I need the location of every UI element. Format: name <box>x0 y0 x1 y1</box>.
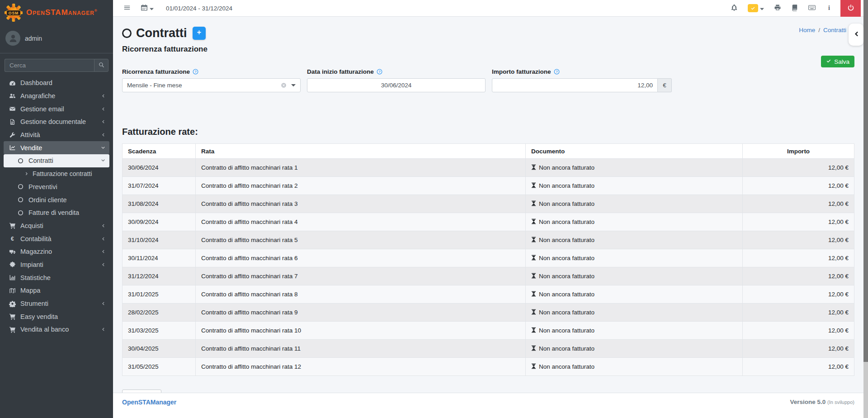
table-row[interactable]: 31/05/2025Contratto di affitto macchinar… <box>123 358 854 376</box>
table-row[interactable]: 30/09/2024Contratto di affitto macchinar… <box>123 213 854 231</box>
sidebar-item-label: Impianti <box>20 261 43 268</box>
logout-button[interactable] <box>840 0 861 17</box>
help-icon[interactable]: ? <box>554 69 560 75</box>
back-button[interactable]: Indietro <box>122 390 161 393</box>
help-icon[interactable]: ? <box>193 69 198 75</box>
table-row[interactable]: 28/02/2025Contratto di affitto macchinar… <box>123 304 854 322</box>
cell-scadenza: 30/11/2024 <box>123 249 196 267</box>
cell-documento: Non ancora fatturato <box>526 285 743 304</box>
shortcuts-button[interactable] <box>803 0 821 16</box>
sidebar-item-strumenti[interactable]: Strumenti <box>4 297 109 310</box>
info-button[interactable]: i <box>821 0 838 16</box>
chevron-left-icon <box>100 301 106 306</box>
chevron-down-icon <box>100 145 106 151</box>
version-label: Versione 5.0 (In sviluppo) <box>790 399 855 405</box>
tachometer-icon <box>7 80 18 86</box>
svg-text:?: ? <box>378 70 381 74</box>
svg-text:€: € <box>11 236 14 242</box>
sidebar-item-easy-vendita[interactable]: Easy vendita <box>4 310 109 323</box>
calendar-icon <box>141 4 148 13</box>
documento-status: Non ancora fatturato <box>531 200 737 208</box>
table-row[interactable]: 31/07/2024Contratto di affitto macchinar… <box>123 177 854 195</box>
table-row[interactable]: 30/11/2024Contratto di affitto macchinar… <box>123 249 854 267</box>
sidebar-item-vendite[interactable]: Vendite <box>4 141 109 154</box>
sidebar-item-label: Acquisti <box>20 222 43 229</box>
notifications-button[interactable] <box>726 0 743 16</box>
cell-rata: Contratto di affitto macchinari rata 6 <box>196 249 526 267</box>
sidebar-item-contratti[interactable]: Contratti <box>4 154 109 167</box>
footer-app-link[interactable]: OpenSTAManager <box>122 399 176 406</box>
docs-button[interactable] <box>786 0 803 16</box>
sidebar-item-gestione-email[interactable]: Gestione email <box>4 102 109 115</box>
hourglass-icon <box>531 182 536 190</box>
data-inizio-input[interactable] <box>307 78 486 92</box>
sidebar-item-fatture-di-vendita[interactable]: Fatture di vendita <box>4 206 109 219</box>
breadcrumb-current-link[interactable]: Contratti <box>823 27 846 33</box>
sidebar-item-fatturazione-contratti[interactable]: Fatturazione contratti <box>4 167 109 180</box>
sidebar-item-ordini-cliente[interactable]: Ordini cliente <box>4 193 109 206</box>
add-record-button[interactable] <box>193 27 206 40</box>
search-button[interactable] <box>94 59 108 72</box>
sidebar-item-mappa[interactable]: Mappa <box>4 284 109 297</box>
sidebar-toggle-button[interactable] <box>118 0 136 16</box>
calendar-dropdown-button[interactable] <box>136 0 159 16</box>
user-name[interactable]: admin <box>25 35 42 42</box>
page-header: Contratti Home/Contratti <box>122 24 854 42</box>
sidebar-item-impianti[interactable]: Impianti <box>4 258 109 271</box>
scrollbar[interactable] <box>863 0 868 418</box>
sidebar-item-acquisti[interactable]: Acquisti <box>4 219 109 233</box>
cell-documento: Non ancora fatturato <box>526 358 743 376</box>
currency-addon: € <box>658 78 672 92</box>
table-row[interactable]: 31/12/2024Contratto di affitto macchinar… <box>123 267 854 285</box>
cell-scadenza: 31/12/2024 <box>123 267 196 285</box>
save-button-label: Salva <box>834 58 849 65</box>
print-button[interactable] <box>769 0 786 16</box>
sidebar-item-statistiche[interactable]: Statistiche <box>4 271 109 284</box>
table-row[interactable]: 31/10/2024Contratto di affitto macchinar… <box>123 231 854 249</box>
help-icon[interactable]: ? <box>377 69 382 75</box>
sidebar-item-anagrafiche[interactable]: Anagrafiche <box>4 90 109 103</box>
table-row[interactable]: 30/04/2025Contratto di affitto macchinar… <box>123 340 854 358</box>
cell-importo: 12,00 € <box>743 358 854 376</box>
sidebar-item-contabilita[interactable]: €Contabilità <box>4 232 109 245</box>
documento-status: Non ancora fatturato <box>531 363 737 370</box>
documento-status-label: Non ancora fatturato <box>539 200 594 207</box>
importo-input[interactable] <box>492 78 658 92</box>
rate-table-title: Fatturazione rate: <box>122 127 854 137</box>
sidebar-item-gestione-documentale[interactable]: Gestione documentale <box>4 115 109 128</box>
ricorrenza-select[interactable]: Mensile - Fine mese <box>122 78 301 92</box>
field-importo: Importo fatturazione ? € <box>492 68 672 92</box>
cell-importo: 12,00 € <box>743 340 854 358</box>
status-dropdown-button[interactable] <box>743 0 769 16</box>
sidebar-item-attivita[interactable]: Attività <box>4 128 109 142</box>
hourglass-icon <box>531 345 536 352</box>
date-range[interactable]: 01/01/2024 - 31/12/2024 <box>166 5 232 12</box>
sidebar-item-preventivi[interactable]: Preventivi <box>4 180 109 194</box>
table-row[interactable]: 30/06/2024Contratto di affitto macchinar… <box>123 159 854 177</box>
module-circle-icon <box>122 28 132 38</box>
scrollbar-thumb[interactable] <box>863 0 868 362</box>
clear-selection-icon[interactable] <box>281 82 287 88</box>
documento-status-label: Non ancora fatturato <box>539 327 594 334</box>
documento-status-label: Non ancora fatturato <box>539 164 594 171</box>
documento-status: Non ancora fatturato <box>531 345 737 352</box>
documento-status-label: Non ancora fatturato <box>539 218 594 225</box>
save-button[interactable]: Salva <box>821 56 854 67</box>
sidebar-item-vendita-al-banco[interactable]: Vendita al banco <box>4 323 109 336</box>
sidebar-item-dashboard[interactable]: Dashboard <box>4 76 109 90</box>
collapse-panel-button[interactable] <box>849 24 863 46</box>
documento-status: Non ancora fatturato <box>531 273 737 280</box>
documento-status: Non ancora fatturato <box>531 309 737 316</box>
cell-documento: Non ancora fatturato <box>526 195 743 213</box>
breadcrumb-home-link[interactable]: Home <box>799 27 815 33</box>
sidebar-item-label: Strumenti <box>20 300 48 307</box>
sidebar-item-magazzino[interactable]: Magazzino <box>4 245 109 258</box>
table-row[interactable]: 31/08/2024Contratto di affitto macchinar… <box>123 195 854 213</box>
printer-icon <box>774 4 781 13</box>
table-row[interactable]: 31/01/2025Contratto di affitto macchinar… <box>123 285 854 304</box>
brand[interactable]: OSM OpenSTAManager® <box>0 0 113 25</box>
table-row[interactable]: 31/03/2025Contratto di affitto macchinar… <box>123 322 854 340</box>
search-input[interactable] <box>5 59 94 72</box>
user-avatar[interactable] <box>5 31 20 46</box>
cell-scadenza: 31/01/2025 <box>123 285 196 304</box>
